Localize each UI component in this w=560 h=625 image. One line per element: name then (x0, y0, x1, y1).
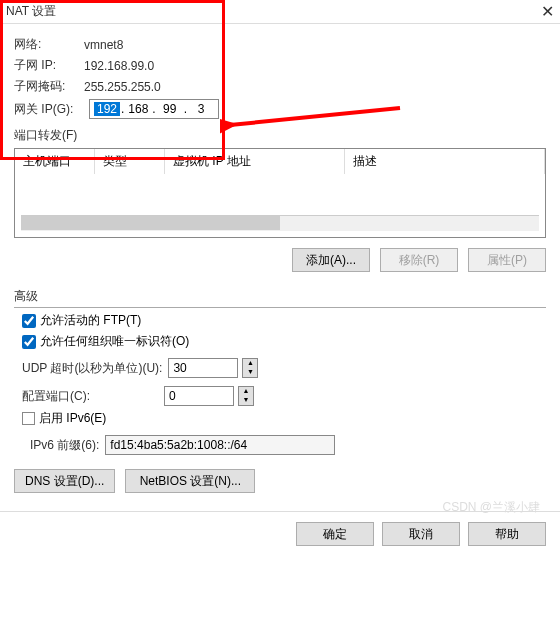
spin-down-icon[interactable]: ▼ (243, 368, 257, 377)
port-forward-label: 端口转发(F) (14, 127, 546, 144)
col-vm-ip[interactable]: 虚拟机 IP 地址 (165, 149, 345, 174)
ok-button[interactable]: 确定 (296, 522, 374, 546)
subnet-ip-label: 子网 IP: (14, 57, 84, 74)
subnet-mask-label: 子网掩码: (14, 78, 84, 95)
spin-up-icon[interactable]: ▲ (239, 387, 253, 396)
udp-timeout-input[interactable] (168, 358, 238, 378)
col-host-port[interactable]: 主机端口 (15, 149, 95, 174)
divider (14, 307, 546, 308)
config-port-label: 配置端口(C): (22, 388, 90, 405)
col-type[interactable]: 类型 (95, 149, 165, 174)
config-port-spinner[interactable]: ▲ ▼ (238, 386, 254, 406)
enable-ipv6-checkbox[interactable] (22, 412, 35, 425)
spin-up-icon[interactable]: ▲ (243, 359, 257, 368)
network-value: vmnet8 (84, 38, 123, 52)
table-body[interactable] (15, 174, 545, 215)
close-icon[interactable]: ✕ (541, 2, 554, 21)
dns-settings-button[interactable]: DNS 设置(D)... (14, 469, 115, 493)
gateway-seg3[interactable] (157, 102, 183, 116)
udp-timeout-label: UDP 超时(以秒为单位)(U): (22, 360, 162, 377)
cancel-button[interactable]: 取消 (382, 522, 460, 546)
titlebar: NAT 设置 ✕ (0, 0, 560, 24)
add-button[interactable]: 添加(A)... (292, 248, 370, 272)
port-forward-table: 主机端口 类型 虚拟机 IP 地址 描述 (14, 148, 546, 238)
allow-ftp-checkbox[interactable] (22, 314, 36, 328)
network-label: 网络: (14, 36, 84, 53)
subnet-mask-value: 255.255.255.0 (84, 80, 161, 94)
allow-org-label: 允许任何组织唯一标识符(O) (40, 333, 189, 350)
help-button[interactable]: 帮助 (468, 522, 546, 546)
nat-settings-dialog: NAT 设置 ✕ 网络:vmnet8 子网 IP:192.168.99.0 子网… (0, 0, 560, 556)
gateway-seg1[interactable] (94, 102, 120, 116)
horizontal-scrollbar[interactable] (21, 215, 539, 231)
udp-timeout-spinner[interactable]: ▲ ▼ (242, 358, 258, 378)
dialog-button-bar: 确定 取消 帮助 (0, 511, 560, 556)
spin-down-icon[interactable]: ▼ (239, 396, 253, 405)
enable-ipv6-label: 启用 IPv6(E) (39, 410, 106, 427)
dialog-title: NAT 设置 (6, 3, 56, 20)
gateway-ip-input[interactable]: . . . (89, 99, 219, 119)
col-desc[interactable]: 描述 (345, 149, 545, 174)
subnet-ip-value: 192.168.99.0 (84, 59, 154, 73)
allow-ftp-label: 允许活动的 FTP(T) (40, 312, 141, 329)
remove-button: 移除(R) (380, 248, 458, 272)
config-port-input[interactable] (164, 386, 234, 406)
ipv6-prefix-input[interactable] (105, 435, 335, 455)
scrollbar-thumb[interactable] (21, 216, 280, 230)
gateway-seg2[interactable] (125, 102, 151, 116)
gateway-label: 网关 IP(G): (14, 101, 89, 118)
properties-button: 属性(P) (468, 248, 546, 272)
ipv6-prefix-label: IPv6 前缀(6): (30, 437, 99, 454)
netbios-settings-button[interactable]: NetBIOS 设置(N)... (125, 469, 255, 493)
content-area: 网络:vmnet8 子网 IP:192.168.99.0 子网掩码:255.25… (0, 24, 560, 511)
allow-org-checkbox[interactable] (22, 335, 36, 349)
table-header: 主机端口 类型 虚拟机 IP 地址 描述 (15, 149, 545, 174)
advanced-label: 高级 (14, 288, 546, 305)
gateway-seg4[interactable] (188, 102, 214, 116)
